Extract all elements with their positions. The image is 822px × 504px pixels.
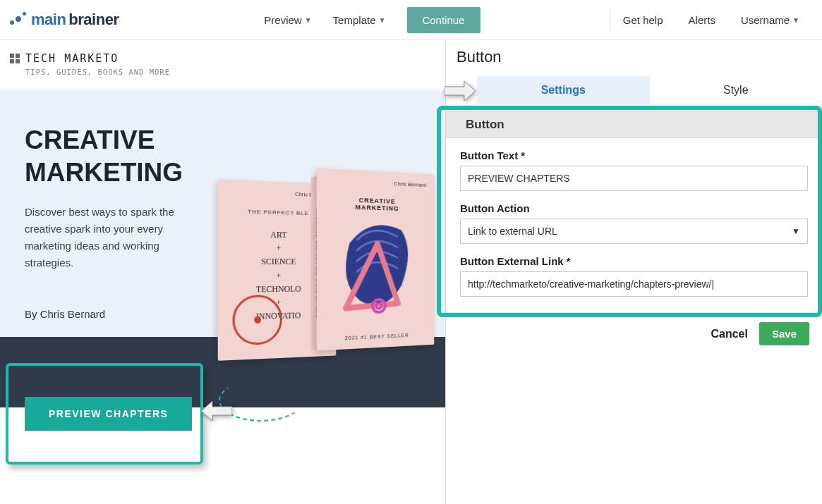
properties-panel: Button Settings Style Button Button Text… [446, 40, 822, 504]
username-label: Username [741, 14, 790, 26]
get-help-link[interactable]: Get help [610, 11, 676, 29]
template-dropdown[interactable]: Template ▼ [333, 14, 386, 26]
book1-heading: THE PERFECT BLE [248, 209, 308, 216]
select-value: Link to external URL [468, 226, 557, 237]
settings-form: Button Button Text * Button Action Link … [446, 111, 822, 307]
brand-tagline: TIPS, GUIDES, BOOKS AND MORE [25, 68, 445, 76]
book-right: Chris Bernard CREATIVEMARKETING 2021 #1 … [317, 168, 434, 350]
tab-style[interactable]: Style [650, 76, 823, 104]
book-mockup: Chris Bernard THE PERFECT BLE ART + SCIE… [212, 161, 437, 407]
book2-bestseller: 2021 #1 BEST SELLER [345, 333, 409, 340]
label-button-action: Button Action [460, 202, 808, 214]
hero-description: Discover best ways to spark the creative… [25, 204, 205, 271]
caret-down-icon: ▼ [792, 226, 800, 236]
logo[interactable]: mainbrainer [10, 11, 119, 29]
section-heading-button: Button [446, 111, 822, 138]
main-area: TECH MARKETO TIPS, GUIDES, BOOKS AND MOR… [0, 40, 822, 504]
book2-title: CREATIVEMARKETING [356, 197, 399, 212]
caret-down-icon: ▼ [378, 16, 385, 24]
top-nav-center: Preview ▼ Template ▼ Continue [264, 7, 480, 33]
preview-canvas: TECH MARKETO TIPS, GUIDES, BOOKS AND MOR… [0, 40, 446, 504]
logo-text-main: main [31, 11, 66, 29]
brand-name: TECH MARKETO [25, 52, 119, 65]
save-button[interactable]: Save [759, 322, 809, 345]
logo-text-second: brainer [68, 11, 119, 29]
annotation-arrow-left-icon [201, 401, 232, 423]
continue-button[interactable]: Continue [406, 7, 480, 33]
preview-label: Preview [264, 14, 301, 26]
top-bar: mainbrainer Preview ▼ Template ▼ Continu… [0, 0, 822, 40]
ring-icon [233, 295, 282, 345]
tab-settings[interactable]: Settings [477, 76, 650, 104]
hero-section: CREATIVE MARKETING Discover best ways to… [0, 90, 445, 407]
hero-content: CREATIVE MARKETING Discover best ways to… [0, 90, 205, 320]
input-button-text[interactable] [460, 166, 808, 191]
cancel-button[interactable]: Cancel [711, 328, 747, 340]
top-nav-right: Get help Alerts Username ▼ [610, 9, 812, 30]
caret-down-icon: ▼ [792, 16, 799, 24]
book-author: Chris Bernard [394, 180, 426, 188]
caret-down-icon: ▼ [305, 16, 312, 24]
input-button-link[interactable] [460, 271, 808, 297]
abstract-art-icon [335, 214, 418, 323]
hero-title: CREATIVE MARKETING [25, 124, 205, 190]
grid-icon [10, 54, 20, 63]
template-label: Template [333, 14, 376, 26]
label-button-link: Button External Link * [460, 255, 808, 267]
preview-dropdown[interactable]: Preview ▼ [264, 14, 311, 26]
panel-title: Button [446, 40, 822, 76]
label-button-text: Button Text * [460, 149, 808, 161]
annotation-arrow-settings-icon [445, 81, 476, 103]
logo-dots-icon [10, 12, 28, 27]
panel-actions: Cancel Save [446, 307, 822, 345]
panel-tabs: Settings Style [446, 76, 822, 104]
brand-header: TECH MARKETO TIPS, GUIDES, BOOKS AND MOR… [0, 40, 445, 90]
alerts-link[interactable]: Alerts [676, 11, 728, 29]
hero-author: By Chris Bernard [25, 308, 205, 320]
select-button-action[interactable]: Link to external URL ▼ [460, 219, 808, 244]
preview-chapters-button[interactable]: PREVIEW CHAPTERS [25, 397, 192, 431]
username-dropdown[interactable]: Username ▼ [728, 11, 812, 29]
